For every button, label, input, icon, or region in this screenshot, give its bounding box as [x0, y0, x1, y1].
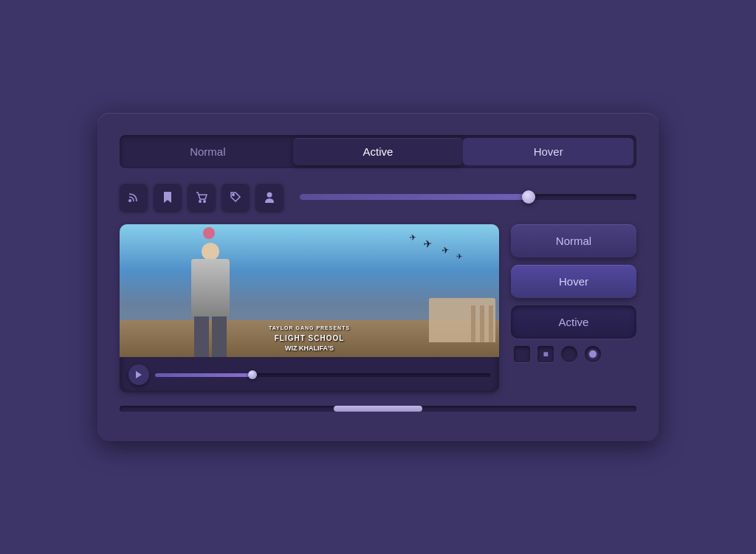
svg-marker-5	[136, 371, 142, 378]
user-icon-btn[interactable]	[255, 183, 284, 211]
plane4: ✈	[456, 252, 462, 260]
checkbox-unchecked[interactable]	[514, 346, 530, 362]
slider-fill	[300, 194, 535, 200]
tag-icon-btn[interactable]	[221, 183, 250, 211]
radio-selected[interactable]	[585, 346, 601, 362]
checkbox-checked[interactable]	[537, 346, 554, 362]
column3	[471, 305, 475, 342]
icon-row	[120, 183, 636, 211]
plane2: ✈	[441, 244, 450, 255]
flower-accent	[203, 227, 215, 239]
person-silhouette	[188, 243, 233, 357]
play-button[interactable]	[128, 364, 149, 385]
left-panel: ✈ ✈ ✈ ✈ TAYLOR GANG PRESENTS FLIGHT SCHO…	[120, 224, 499, 392]
bookmark-icon-btn[interactable]	[154, 183, 182, 211]
svg-point-0	[128, 199, 131, 202]
column2	[480, 305, 484, 342]
progress-fill	[155, 373, 255, 377]
cart-icon-btn[interactable]	[188, 183, 216, 211]
svg-point-2	[204, 201, 205, 202]
plane1: ✈	[423, 238, 433, 250]
hover-button[interactable]: Hover	[511, 265, 636, 298]
slider-track[interactable]	[300, 194, 636, 200]
right-panel: Normal Hover Active	[511, 224, 636, 392]
content-area: ✈ ✈ ✈ ✈ TAYLOR GANG PRESENTS FLIGHT SCHO…	[120, 224, 636, 392]
rss-icon-btn[interactable]	[120, 183, 148, 211]
radio-unchecked[interactable]	[561, 346, 577, 362]
bottom-scrollbar[interactable]	[120, 406, 636, 412]
building	[429, 298, 495, 342]
album-text: TAYLOR GANG PRESENTS FLIGHT SCHOOL WIZ K…	[269, 325, 350, 353]
tab-normal[interactable]: Normal	[123, 138, 293, 165]
check-row	[511, 346, 636, 362]
column1	[489, 305, 493, 342]
tab-bar: Normal Active Hover	[120, 135, 636, 168]
progress-thumb[interactable]	[248, 370, 257, 379]
progress-track[interactable]	[155, 373, 490, 377]
player-controls	[120, 357, 499, 392]
svg-point-3	[233, 194, 234, 195]
normal-button[interactable]: Normal	[511, 224, 636, 257]
svg-point-4	[267, 193, 272, 198]
tab-active[interactable]: Active	[293, 138, 464, 165]
album-art: ✈ ✈ ✈ ✈ TAYLOR GANG PRESENTS FLIGHT SCHO…	[120, 224, 499, 357]
main-panel: Normal Active Hover	[97, 113, 659, 441]
scrollbar-thumb	[334, 406, 422, 412]
active-button[interactable]: Active	[511, 305, 636, 339]
tab-hover[interactable]: Hover	[463, 138, 633, 165]
plane3: ✈	[409, 233, 416, 243]
slider-thumb[interactable]	[522, 190, 535, 204]
svg-point-1	[199, 201, 201, 202]
